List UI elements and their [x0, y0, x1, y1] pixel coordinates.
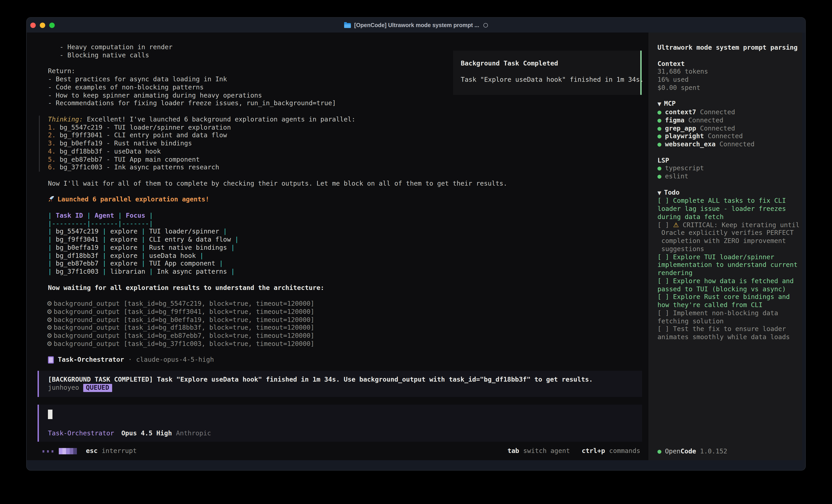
gear-icon: ⚙ — [47, 340, 52, 347]
blank-line — [657, 92, 800, 100]
status-dot-icon: ● — [657, 116, 661, 124]
blank-line — [48, 204, 643, 212]
blank-line — [48, 188, 643, 196]
status-dot-icon: ● — [657, 448, 661, 455]
launched-text: Launched 6 parallel exploration agents! — [57, 196, 209, 203]
toast-notification[interactable]: Background Task Completed Task "Explore … — [453, 51, 642, 95]
rocket-line: Launched 6 parallel exploration agents! — [48, 196, 643, 204]
queued-badge: QUEUED — [83, 384, 112, 392]
input-agent-name[interactable]: Task-Orchestrator — [48, 430, 114, 438]
agent-status-row: Task-OrchestratorOpus 4.5 HighAnthropic — [48, 430, 211, 438]
minimize-button[interactable] — [40, 22, 45, 28]
gear-icon: ⚙ — [47, 324, 52, 331]
blank-line — [461, 68, 640, 76]
username: junhoyeo — [48, 384, 79, 391]
todo-item[interactable]: [ ] Test the fix to ensure loader animat… — [657, 326, 800, 341]
todo-item[interactable]: [ ] Explore Rust core bindings and how t… — [657, 293, 800, 309]
thinking-intro: Thinking: Excellent! I've launched 6 bac… — [48, 116, 643, 124]
todo-item[interactable]: [ ] ⚠ CRITICAL: Keep iterating until Ora… — [657, 221, 800, 253]
window-title-area: [OpenCode] Ultrawork mode system prompt … — [344, 22, 488, 28]
interrupt-label: interrupt — [102, 447, 137, 455]
input-cursor — [48, 410, 52, 419]
version-row: ●OpenCode 1.0.152 — [657, 448, 727, 456]
tool-call-line: ⚙background_output [task_id=bg_df18bb3f,… — [47, 324, 643, 332]
prompt-input[interactable]: Task-OrchestratorOpus 4.5 HighAnthropic — [37, 404, 642, 442]
thinking-item: 3. bg_b0effa19 - Rust native bindings — [48, 140, 643, 148]
terminal-window: [OpenCode] Ultrawork mode system prompt … — [26, 17, 806, 471]
separator-dot: · — [128, 356, 132, 364]
tool-call-line: ⚙background_output [task_id=bg_5547c219,… — [47, 300, 643, 308]
switch-agent-label: switch agent — [523, 447, 570, 454]
table-row: | bg_eb87ebb7 | explore | TUI App compon… — [48, 260, 643, 268]
input-provider-name: Anthropic — [176, 430, 211, 438]
mcp-item: ●context7 Connected — [657, 108, 800, 116]
blank-line — [48, 292, 643, 300]
blank-line — [657, 52, 800, 60]
activity-circle-icon — [483, 23, 488, 27]
blank-line — [657, 148, 800, 157]
chevron-down-icon: ▼ — [657, 102, 661, 107]
warning-icon: ⚠ — [673, 221, 679, 228]
blank-line — [48, 348, 643, 356]
todo-item[interactable]: [ ] Complete ALL tasks to fix CLI loader… — [657, 197, 800, 221]
todo-item[interactable]: [ ] Explore TUI loader/spinner implement… — [657, 253, 800, 277]
main-pane: - Heavy computation in render - Blocking… — [27, 32, 643, 460]
close-button[interactable] — [30, 22, 36, 28]
blank-line — [48, 108, 643, 116]
rocket-icon — [48, 196, 55, 202]
context-header: Context — [657, 60, 800, 68]
version-number: 1.0.152 — [700, 448, 727, 455]
lsp-item: ●eslint — [657, 172, 800, 180]
table-row: | bg_b0effa19 | explore | Rust native bi… — [48, 244, 643, 252]
tool-call-line: ⚙background_output [task_id=bg_b0effa19,… — [47, 316, 643, 324]
agent-name: Task-Orchestrator — [58, 356, 124, 364]
screen: [OpenCode] Ultrawork mode system prompt … — [0, 0, 832, 504]
titlebar: [OpenCode] Ultrawork mode system prompt … — [27, 18, 805, 32]
thinking-item: 6. bg_37f1c003 - Ink async patterns rese… — [48, 164, 643, 172]
mcp-item: ●figma Connected — [657, 116, 800, 124]
todo-section-header[interactable]: ▼Todo — [657, 189, 800, 197]
thinking-block: Thinking: Excellent! I've launched 6 bac… — [39, 116, 643, 172]
completed-task-text: [BACKGROUND TASK COMPLETED] Task "Explor… — [48, 376, 642, 384]
gear-icon: ⚙ — [47, 300, 52, 307]
spinner-icon — [59, 448, 77, 454]
tool-call-line: ⚙background_output [task_id=bg_f9ff3041,… — [47, 308, 643, 316]
todo-item[interactable]: [ ] Explore how data is fetched and pass… — [657, 277, 800, 293]
thinking-item: 4. bg_df18bb3f - useData hook — [48, 148, 643, 156]
blank-line — [48, 276, 643, 284]
table-row: | bg_37f1c003 | librarian | Ink async pa… — [48, 268, 643, 276]
esc-key-hint: esc — [86, 447, 98, 455]
status-right: tabswitch agentctrl+pcommands — [461, 439, 640, 460]
input-model-name[interactable]: Opus 4.5 High — [122, 430, 172, 438]
terminal-line: - Recommendations for fixing loader free… — [48, 100, 643, 108]
ctrlp-key-hint: ctrl+p — [582, 447, 605, 454]
agent-icon — [48, 356, 54, 364]
terminal-line: Now I'll wait for all of them to complet… — [48, 180, 643, 188]
chevron-down-icon: ▼ — [657, 190, 661, 196]
spinner-dot — [52, 450, 53, 452]
status-dot-icon: ● — [657, 108, 661, 116]
gear-icon: ⚙ — [47, 332, 52, 339]
todo-item[interactable]: [ ] Implement non-blocking data fetching… — [657, 309, 800, 326]
model-name: claude-opus-4-5-high — [136, 356, 214, 364]
window-title: [OpenCode] Ultrawork mode system prompt … — [354, 22, 479, 28]
table-row: | bg_5547c219 | explore | TUI loader/spi… — [48, 228, 643, 236]
orchestrator-row: Task-Orchestrator·claude-opus-4-5-high — [48, 356, 643, 364]
status-bar: escinterrupt tabswitch agentctrl+pcomman… — [43, 447, 640, 455]
mcp-section-header[interactable]: ▼MCP — [657, 100, 800, 109]
blank-line — [657, 180, 800, 189]
thinking-item: 2. bg_f9ff3041 - CLI entry point and dat… — [48, 132, 643, 140]
table-header-row: | Task ID | Agent | Focus | — [48, 212, 643, 220]
waiting-line: Now waiting for all exploration results … — [48, 284, 643, 292]
zoom-button[interactable] — [49, 22, 55, 28]
context-used: 16% used — [657, 76, 800, 84]
terminal-content: - Heavy computation in render - Blocking… — [27, 32, 802, 460]
lsp-section-header[interactable]: LSP — [657, 157, 800, 165]
thinking-item: 5. bg_eb87ebb7 - TUI App main component — [48, 156, 643, 164]
status-dot-icon: ● — [657, 165, 661, 172]
status-left: escinterrupt — [43, 447, 137, 455]
mcp-item: ●websearch_exa Connected — [657, 140, 800, 148]
tool-call-line: ⚙background_output [task_id=bg_eb87ebb7,… — [47, 332, 643, 340]
gear-icon: ⚙ — [47, 308, 52, 315]
status-dot-icon: ● — [657, 124, 661, 132]
